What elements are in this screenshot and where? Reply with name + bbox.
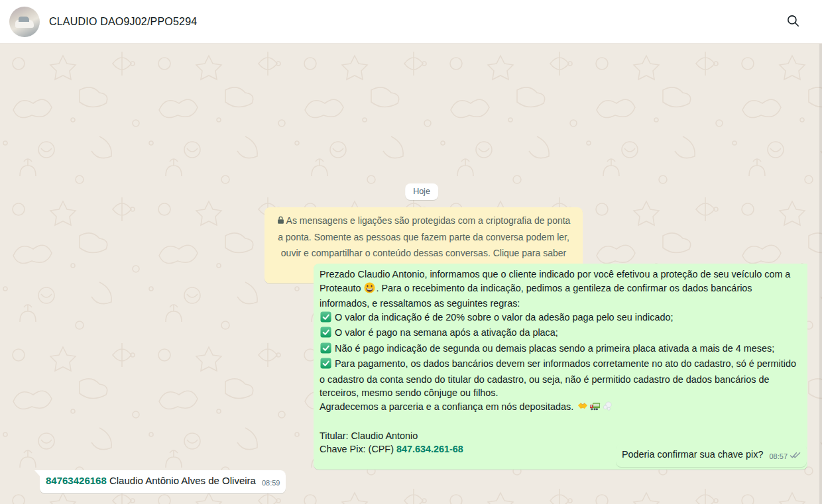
- chat-header: CLAUDIO DAO9J02/PPO5294: [0, 0, 822, 44]
- message-outgoing-long[interactable]: Prezado Claudio Antonio, informamos que …: [314, 264, 807, 470]
- pix-label: Chave Pix: (CPF): [320, 444, 396, 454]
- message-text: Poderia confirmar sua chave pix?: [622, 448, 764, 462]
- blank-line: [320, 415, 801, 429]
- search-button[interactable]: [781, 10, 805, 34]
- rule-text: O valor da indicação é de 20% sobre o va…: [335, 312, 673, 323]
- truck-emoji: [589, 401, 601, 416]
- whatsapp-window: CLAUDIO DAO9J02/PPO5294 Hoje: [0, 0, 822, 504]
- contact-name[interactable]: CLAUDIO DAO9J02/PPO5294: [49, 16, 197, 28]
- titular-line: Titular: Claudio Antonio: [320, 429, 801, 443]
- lock-icon: [277, 213, 284, 229]
- closing-line: Agradecemos a parceria e a confiança em …: [320, 400, 801, 416]
- conversation-panel[interactable]: Hoje As mensagens e ligações são protegi…: [0, 44, 822, 504]
- pix-key-link[interactable]: 84763426168: [46, 475, 107, 486]
- rule-text: Não é pago indicação de segunda ou demai…: [335, 343, 774, 354]
- message-text: 84763426168 Claudio Antônio Alves de Oli…: [46, 474, 256, 488]
- search-icon: [786, 13, 800, 30]
- grinning-face-emoji: [364, 282, 375, 297]
- message-time: 08:57: [769, 450, 788, 464]
- message-meta: 08:57: [769, 450, 801, 464]
- handshake-emoji: [577, 401, 588, 416]
- message-incoming[interactable]: 84763426168 Claudio Antônio Alves de Oli…: [40, 470, 286, 493]
- rule-item: Não é pago indicação de segunda ou demai…: [320, 342, 801, 358]
- rule-item: Para pagamento, os dados bancários devem…: [320, 357, 801, 400]
- message-meta: 08:59: [262, 476, 280, 490]
- message-time: 08:59: [262, 476, 280, 490]
- contact-full-name: Claudio Antônio Alves de Oliveira: [107, 475, 256, 486]
- rule-text: O valor é pago na semana após a ativação…: [335, 327, 558, 338]
- date-divider: Hoje: [405, 183, 438, 200]
- dashing-away-emoji: [602, 401, 613, 416]
- scrollbar[interactable]: [819, 44, 822, 504]
- message-outgoing-short[interactable]: Poderia confirmar sua chave pix? 08:57: [616, 444, 807, 467]
- check-mark-button-emoji: [320, 358, 331, 373]
- check-mark-button-emoji: [320, 311, 331, 327]
- rule-text: Para pagamento, os dados bancários devem…: [320, 358, 796, 398]
- delivered-double-check-icon: [790, 450, 801, 464]
- intro-text-2: . Para o recebimento da indicação, pedim…: [320, 283, 752, 309]
- check-mark-button-emoji: [320, 342, 331, 358]
- bubble-tail: [34, 470, 40, 477]
- rule-item: O valor da indicação é de 20% sobre o va…: [320, 311, 801, 327]
- check-mark-button-emoji: [320, 327, 331, 342]
- message-text: Prezado Claudio Antonio, informamos que …: [320, 268, 801, 456]
- contact-avatar[interactable]: [9, 7, 40, 37]
- pix-key-link[interactable]: 847.634.261-68: [396, 444, 463, 454]
- rule-item: O valor é pago na semana após a ativação…: [320, 326, 801, 342]
- avatar-car-photo: [15, 20, 34, 28]
- closing-text: Agradecemos a parceria e a confiança em …: [320, 401, 576, 412]
